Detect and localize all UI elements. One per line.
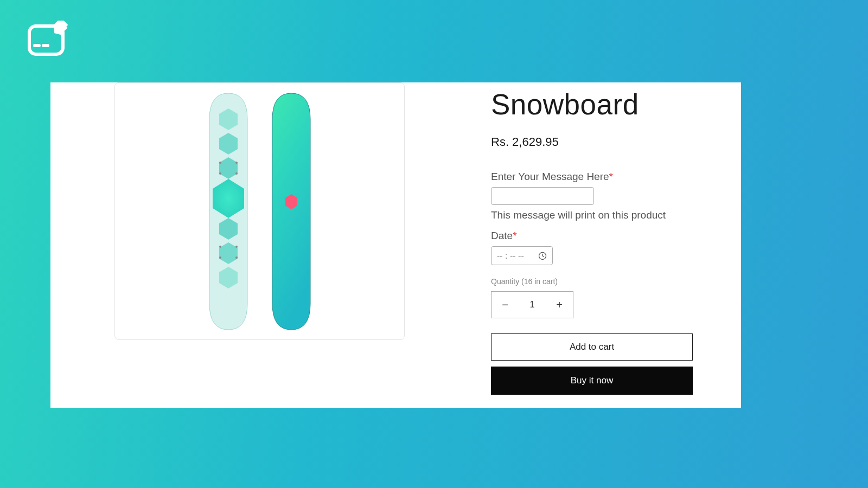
add-to-cart-button[interactable]: Add to cart bbox=[491, 333, 693, 361]
required-asterisk: * bbox=[513, 230, 516, 241]
quantity-stepper: − 1 + bbox=[491, 291, 573, 318]
product-title: Snowboard bbox=[491, 88, 695, 121]
svg-point-16 bbox=[219, 256, 221, 259]
svg-point-15 bbox=[235, 246, 238, 248]
product-image-section bbox=[50, 82, 405, 408]
snowboard-front-image bbox=[204, 92, 253, 331]
date-label-text: Date bbox=[491, 230, 513, 241]
svg-point-12 bbox=[219, 172, 221, 175]
product-page-panel: Snowboard Rs. 2,629.95 Enter Your Messag… bbox=[50, 82, 741, 408]
product-price: Rs. 2,629.95 bbox=[491, 135, 695, 149]
svg-point-13 bbox=[235, 172, 238, 175]
quantity-label: Quantity (16 in cart) bbox=[491, 277, 695, 286]
date-field-label: Date* bbox=[491, 230, 695, 242]
svg-point-11 bbox=[235, 162, 238, 164]
message-label-text: Enter Your Message Here bbox=[491, 171, 609, 182]
svg-point-17 bbox=[235, 256, 238, 259]
snowboard-back-image bbox=[267, 92, 316, 331]
message-field-label: Enter Your Message Here* bbox=[491, 171, 695, 183]
required-asterisk: * bbox=[609, 171, 613, 182]
date-placeholder: -- : -- -- bbox=[497, 251, 524, 261]
message-input[interactable] bbox=[491, 187, 594, 205]
message-helper-text: This message will print on this product bbox=[491, 209, 695, 221]
svg-point-14 bbox=[219, 246, 221, 248]
clock-icon bbox=[538, 252, 547, 260]
svg-point-10 bbox=[219, 162, 221, 164]
app-logo-icon bbox=[27, 21, 68, 59]
product-image-frame[interactable] bbox=[114, 82, 405, 340]
quantity-value[interactable]: 1 bbox=[519, 300, 546, 310]
quantity-increase-button[interactable]: + bbox=[546, 292, 573, 318]
buy-now-button[interactable]: Buy it now bbox=[491, 367, 693, 395]
date-input[interactable]: -- : -- -- bbox=[491, 246, 553, 265]
quantity-decrease-button[interactable]: − bbox=[492, 292, 519, 318]
product-details-section: Snowboard Rs. 2,629.95 Enter Your Messag… bbox=[405, 82, 741, 408]
